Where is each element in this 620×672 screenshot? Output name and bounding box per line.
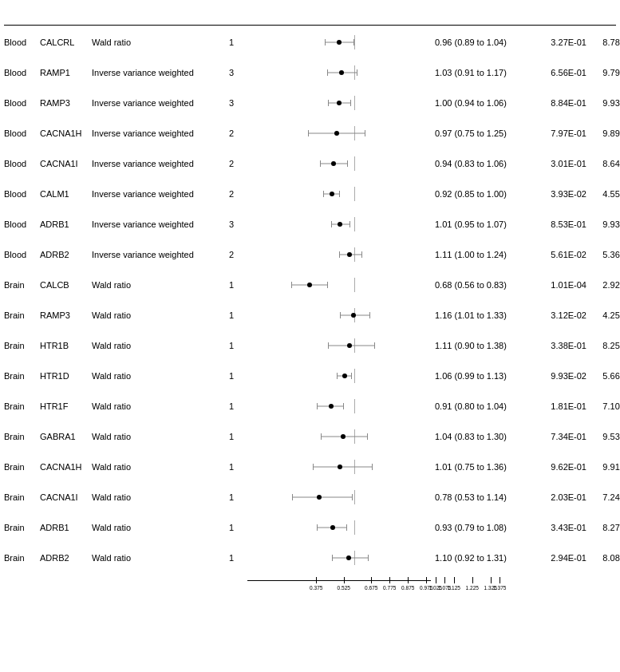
ci-cap-right [349, 221, 350, 227]
cell-forest [247, 35, 431, 49]
cell-nsnp: 3 [215, 219, 247, 229]
cell-method: Wald ratio [92, 492, 215, 502]
reference-line [354, 520, 355, 535]
point-estimate [342, 374, 347, 378]
axis-tick [436, 577, 436, 583]
point-estimate [347, 252, 352, 257]
cell-exposure: HTR1D [40, 371, 92, 381]
cell-nsnp: 1 [215, 341, 247, 350]
cell-or: 0.91 (0.80 to 1.04) [431, 401, 535, 411]
ci-cap-right [369, 312, 370, 318]
cell-exposure: GABRA1 [40, 432, 92, 441]
axis-container: 0.3750.5250.6750.7750.8750.9751.0251.075… [247, 575, 431, 599]
cell-forest [247, 338, 431, 353]
cell-forest [247, 490, 431, 504]
cell-source: Blood [4, 38, 40, 47]
cell-method: Wald ratio [92, 310, 215, 320]
ci-cap-right [350, 100, 351, 106]
point-estimate [330, 192, 334, 196]
cell-fdrp: 7.24E-01 [586, 492, 620, 502]
axis-label: 0.375 [310, 585, 322, 591]
ci-cap-right [351, 373, 352, 379]
cell-nsnp: 1 [215, 523, 247, 532]
point-estimate [337, 101, 342, 105]
ci-cap-left [317, 403, 318, 409]
axis-tick [491, 577, 492, 583]
axis-tick [344, 577, 345, 583]
cell-method: Inverse variance weighted [92, 250, 215, 259]
ci-cap-right [357, 69, 357, 76]
ci-cap-left [339, 251, 340, 258]
cell-nsnp: 2 [215, 250, 247, 259]
cell-fdrp: 9.93E-01 [586, 219, 620, 229]
point-estimate [331, 161, 336, 166]
cell-exposure: CALCRL [40, 38, 92, 47]
ci-cap-left [313, 464, 314, 470]
ci-cap-right [346, 524, 347, 531]
axis-label: 0.775 [383, 585, 396, 591]
cell-source: Brain [4, 523, 40, 532]
cell-exposure: CACNA1I [40, 159, 92, 168]
cell-nsnp: 1 [215, 553, 247, 563]
cell-exposure: HTR1B [40, 341, 92, 350]
cell-method: Inverse variance weighted [92, 159, 215, 168]
table-row: Blood ADRB2 Inverse variance weighted 2 … [4, 239, 616, 270]
cell-exposure: ADRB1 [40, 523, 92, 532]
cell-fdrp: 8.25E-01 [586, 341, 620, 350]
cell-exposure: RAMP3 [40, 98, 92, 108]
cell-fdrp: 9.89E-01 [586, 128, 620, 138]
cell-p: 1.81E-01 [535, 401, 586, 411]
cell-nsnp: 1 [215, 401, 247, 411]
cell-p: 7.34E-01 [535, 432, 586, 441]
table-row: Brain HTR1F Wald ratio 1 0.91 (0.80 to 1… [4, 391, 616, 421]
axis-tick [472, 577, 473, 583]
ci-cap-left [308, 130, 309, 136]
cell-method: Wald ratio [92, 462, 215, 472]
cell-exposure: ADRB1 [40, 219, 92, 229]
cell-nsnp: 2 [215, 159, 247, 168]
cell-p: 3.93E-02 [535, 189, 586, 199]
cell-source: Brain [4, 341, 40, 350]
cell-or: 1.04 (0.83 to 1.30) [431, 432, 535, 441]
ci-cap-right [339, 191, 340, 197]
cell-forest [247, 247, 431, 262]
axis-label: 1.375 [493, 585, 506, 591]
cell-or: 0.94 (0.83 to 1.06) [431, 159, 535, 168]
table-row: Brain ADRB1 Wald ratio 1 0.93 (0.79 to 1… [4, 512, 616, 543]
ci-cap-left [340, 312, 341, 318]
cell-nsnp: 1 [215, 492, 247, 502]
point-estimate [307, 283, 312, 287]
axis-label: 1.125 [448, 585, 460, 591]
point-estimate [330, 525, 335, 530]
cell-or: 1.00 (0.94 to 1.06) [431, 98, 535, 108]
cell-nsnp: 2 [215, 189, 247, 199]
cell-forest [247, 308, 431, 322]
reference-line [354, 156, 355, 171]
cell-fdrp: 2.92E-02 [586, 280, 620, 290]
cell-p: 7.97E-01 [535, 128, 586, 138]
ci-cap-left [332, 555, 333, 561]
cell-forest [247, 429, 431, 444]
ci-cap-left [321, 433, 322, 440]
table-body: Blood CALCRL Wald ratio 1 0.96 (0.89 to … [4, 27, 616, 573]
cell-nsnp: 2 [215, 128, 247, 138]
ci-cap-right [365, 130, 365, 136]
cell-forest [247, 520, 431, 535]
cell-fdrp: 4.25E-01 [586, 310, 620, 320]
ci-cap-right [347, 160, 348, 167]
cell-method: Inverse variance weighted [92, 189, 215, 199]
ci-cap-right [374, 342, 375, 349]
cell-source: Blood [4, 219, 40, 229]
cell-nsnp: 1 [215, 432, 247, 441]
cell-method: Wald ratio [92, 280, 215, 290]
ci-cap-right [361, 251, 362, 258]
cell-exposure: ADRB2 [40, 553, 92, 563]
cell-forest [247, 96, 431, 110]
cell-forest [247, 65, 431, 80]
table-row: Blood RAMP1 Inverse variance weighted 3 … [4, 57, 616, 88]
cell-p: 9.62E-01 [535, 462, 586, 472]
cell-forest [247, 217, 431, 231]
cell-forest [247, 551, 431, 565]
cell-exposure: CACNA1H [40, 128, 92, 138]
cell-p: 5.61E-02 [535, 250, 586, 259]
